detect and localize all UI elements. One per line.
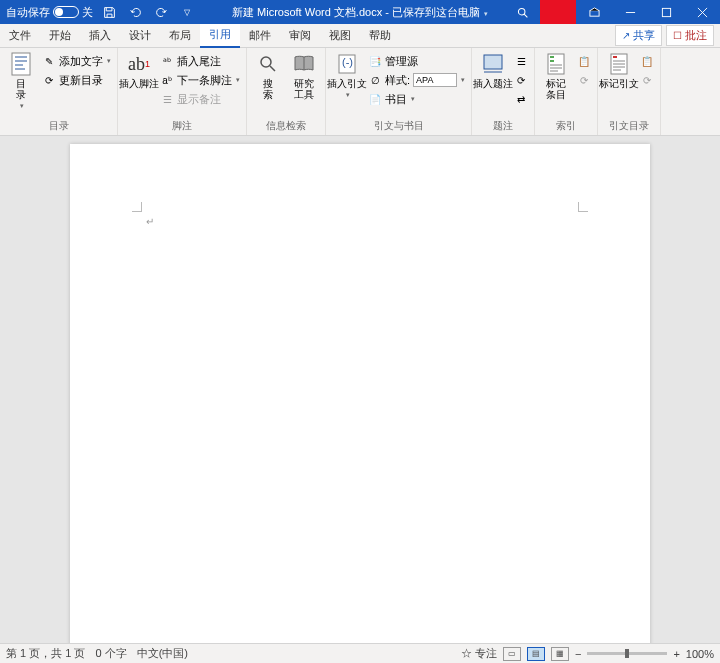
svg-rect-3 [12, 53, 30, 75]
mark-citation-button[interactable]: 标记引文 [602, 50, 636, 91]
title-bar: 自动保存 关 ▽ 新建 Microsoft Word 文档.docx - 已保存… [0, 0, 720, 24]
group-label-citations: 引文与书目 [330, 118, 467, 135]
status-bar: 第 1 页，共 1 页 0 个字 中文(中国) ☆ 专注 ▭ ▤ ▦ − + 1… [0, 643, 720, 663]
next-footnote-icon: aᵇ [160, 73, 174, 87]
qat-customize-button[interactable]: ▽ [177, 2, 197, 22]
document-area[interactable]: ↵ [0, 136, 720, 643]
group-label-toc: 目录 [4, 118, 113, 135]
search-pane-button[interactable]: 搜 索 [251, 50, 285, 102]
tab-mailings[interactable]: 邮件 [240, 24, 280, 48]
tab-insert[interactable]: 插入 [80, 24, 120, 48]
toa-icon [607, 52, 631, 76]
researcher-button[interactable]: 研究 工具 [287, 50, 321, 102]
language-indicator[interactable]: 中文(中国) [137, 646, 188, 661]
margin-corner-tr [578, 202, 588, 212]
page[interactable]: ↵ [70, 144, 650, 643]
toggle-switch-icon [53, 6, 79, 18]
group-captions: 插入题注 ☰ ⟳ ⇄ 题注 [472, 48, 535, 135]
index-icon [544, 52, 568, 76]
tab-references[interactable]: 引用 [200, 24, 240, 48]
citation-style-dropdown[interactable]: ∅样式:▾ [366, 71, 467, 89]
mark-entry-button[interactable]: 标记 条目 [539, 50, 573, 102]
svg-rect-1 [589, 10, 598, 16]
print-layout-button[interactable]: ▤ [527, 647, 545, 661]
insert-citation-button[interactable]: (-) 插入引文 ▾ [330, 50, 364, 101]
tab-view[interactable]: 视图 [320, 24, 360, 48]
zoom-level[interactable]: 100% [686, 648, 714, 660]
group-label-toa: 引文目录 [602, 118, 656, 135]
group-footnotes: ab1 插入脚注 ᵃᵇ插入尾注 aᵇ下一条脚注▾ ☰显示备注 脚注 [118, 48, 247, 135]
chevron-down-icon: ▾ [346, 91, 350, 99]
tab-file[interactable]: 文件 [0, 24, 40, 48]
next-footnote-button[interactable]: aᵇ下一条脚注▾ [158, 71, 242, 89]
focus-mode-button[interactable]: ☆ 专注 [461, 646, 497, 661]
insert-footnote-button[interactable]: ab1 插入脚注 [122, 50, 156, 91]
insert-caption-button[interactable]: 插入题注 [476, 50, 510, 91]
tab-review[interactable]: 审阅 [280, 24, 320, 48]
style-value-input[interactable] [413, 73, 457, 87]
close-button[interactable] [684, 0, 720, 24]
zoom-in-button[interactable]: + [673, 648, 679, 660]
footnote-icon: ab1 [127, 52, 151, 76]
update-index-button: ⟳ [575, 71, 593, 89]
book-icon [292, 52, 316, 76]
show-notes-button: ☰显示备注 [158, 90, 242, 108]
chevron-down-icon: ▾ [20, 102, 24, 110]
caption-icon [481, 52, 505, 76]
biblio-icon: 📄 [368, 92, 382, 106]
minimize-button[interactable] [612, 0, 648, 24]
group-toc: 目 录 ▾ ✎添加文字▾ ⟳更新目录 目录 [0, 48, 118, 135]
update-icon: ⟳ [42, 73, 56, 87]
zoom-slider[interactable] [587, 652, 667, 655]
insert-index-button[interactable]: 📋 [575, 52, 593, 70]
manage-sources-button[interactable]: 📑管理源 [366, 52, 467, 70]
account-button[interactable] [540, 0, 576, 24]
zoom-out-button[interactable]: − [575, 648, 581, 660]
update-icon: ⟳ [514, 73, 528, 87]
document-title: 新建 Microsoft Word 文档.docx - 已保存到这台电脑 ▾ [232, 5, 488, 20]
caption-opt3[interactable]: ⇄ [512, 90, 530, 108]
web-layout-button[interactable]: ▦ [551, 647, 569, 661]
add-text-button[interactable]: ✎添加文字▾ [40, 52, 113, 70]
svg-point-0 [518, 8, 525, 15]
toc-icon [9, 52, 33, 76]
tab-design[interactable]: 设计 [120, 24, 160, 48]
ribbon-options-button[interactable] [576, 0, 612, 24]
tab-layout[interactable]: 布局 [160, 24, 200, 48]
group-label-index: 索引 [539, 118, 593, 135]
show-notes-icon: ☰ [160, 92, 174, 106]
comments-button[interactable]: ☐ 批注 [666, 25, 714, 46]
save-button[interactable] [99, 2, 119, 22]
endnote-icon: ᵃᵇ [160, 54, 174, 68]
autosave-toggle[interactable]: 自动保存 关 [6, 5, 93, 20]
undo-button[interactable] [125, 2, 145, 22]
update-toc-button[interactable]: ⟳更新目录 [40, 71, 113, 89]
sources-icon: 📑 [368, 54, 382, 68]
citation-icon: (-) [335, 52, 359, 76]
search-button[interactable] [504, 0, 540, 24]
read-mode-button[interactable]: ▭ [503, 647, 521, 661]
svg-text:(-): (-) [342, 56, 353, 68]
ribbon: 目 录 ▾ ✎添加文字▾ ⟳更新目录 目录 ab1 插入脚注 ᵃᵇ插入尾注 aᵇ… [0, 48, 720, 136]
tab-home[interactable]: 开始 [40, 24, 80, 48]
caption-opt2[interactable]: ⟳ [512, 71, 530, 89]
insert-endnote-button[interactable]: ᵃᵇ插入尾注 [158, 52, 242, 70]
maximize-button[interactable] [648, 0, 684, 24]
tab-help[interactable]: 帮助 [360, 24, 400, 48]
bibliography-button[interactable]: 📄书目▾ [366, 90, 467, 108]
autosave-state: 关 [82, 5, 93, 20]
insert-toa-button[interactable]: 📋 [638, 52, 656, 70]
toc-button[interactable]: 目 录 ▾ [4, 50, 38, 112]
caption-opt1[interactable]: ☰ [512, 52, 530, 70]
update-icon: ⟳ [577, 73, 591, 87]
insert-index-icon: 📋 [577, 54, 591, 68]
word-count[interactable]: 0 个字 [95, 646, 126, 661]
redo-button[interactable] [151, 2, 171, 22]
share-button[interactable]: ↗ 共享 [615, 25, 662, 46]
crossref-icon: ⇄ [514, 92, 528, 106]
group-citations: (-) 插入引文 ▾ 📑管理源 ∅样式:▾ 📄书目▾ 引文与书目 [326, 48, 472, 135]
page-indicator[interactable]: 第 1 页，共 1 页 [6, 646, 85, 661]
paragraph-mark: ↵ [146, 216, 154, 227]
group-research: 搜 索 研究 工具 信息检索 [247, 48, 326, 135]
insert-toa-icon: 📋 [640, 54, 654, 68]
